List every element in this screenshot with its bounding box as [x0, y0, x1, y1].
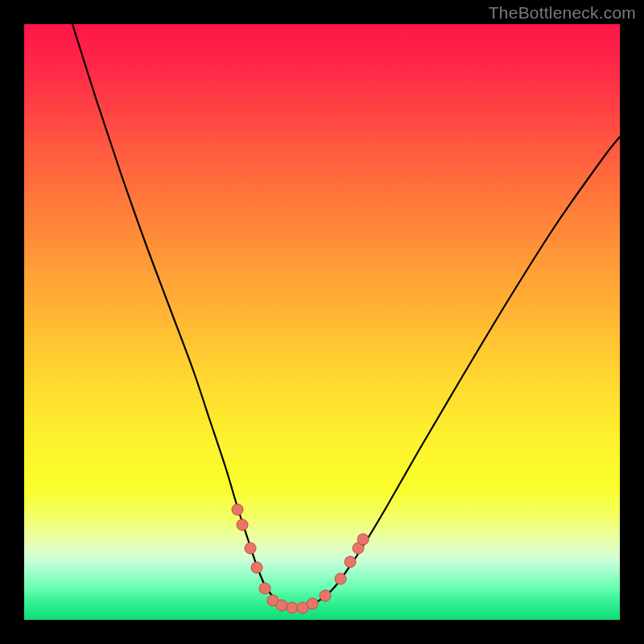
data-point-marker	[245, 543, 256, 554]
curve-layer	[24, 24, 620, 620]
data-point-marker	[320, 590, 331, 601]
data-point-marker	[335, 573, 346, 584]
data-point-marker	[276, 600, 287, 611]
data-point-marker	[237, 519, 248, 530]
watermark-text: TheBottleneck.com	[489, 3, 636, 23]
data-point-marker	[232, 504, 243, 515]
data-point-marker	[287, 602, 298, 613]
data-point-marker	[251, 562, 262, 573]
chart-frame: TheBottleneck.com	[0, 0, 644, 644]
bottleneck-curve	[72, 24, 620, 608]
plot-area	[24, 24, 620, 620]
data-point-marker	[357, 534, 369, 545]
markers-group	[232, 504, 369, 613]
data-point-marker	[307, 598, 318, 609]
data-point-marker	[259, 583, 270, 594]
data-point-marker	[345, 556, 356, 568]
